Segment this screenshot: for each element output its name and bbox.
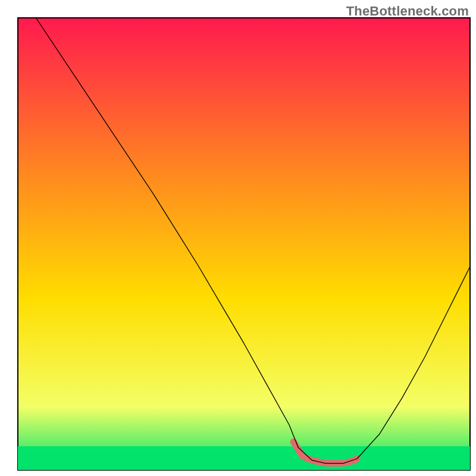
- bottom-green-band: [18, 446, 470, 470]
- bottleneck-chart: TheBottleneck.com: [0, 0, 476, 476]
- chart-svg: [0, 0, 476, 476]
- plot-background: [18, 18, 470, 470]
